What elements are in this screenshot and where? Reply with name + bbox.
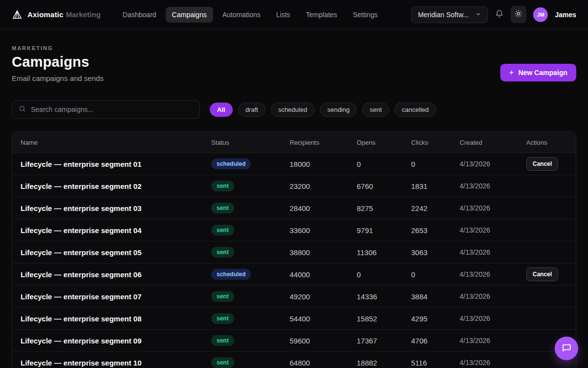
navbar-right: Meridian Softw... JM James [411, 6, 576, 23]
search-input[interactable] [26, 105, 199, 113]
filter-chip[interactable]: All [210, 103, 233, 117]
page-subtitle: Email campaigns and sends [12, 74, 104, 82]
org-selector[interactable]: Meridian Softw... [411, 6, 489, 23]
status-cell: scheduled [211, 158, 290, 169]
table-header-row: Name Status Recipients Opens Clicks Crea… [12, 132, 576, 153]
campaign-name: Lifecycle — enterprise segment 01 [12, 160, 211, 168]
cancel-button[interactable]: Cancel [526, 157, 558, 171]
clicks-cell: 2242 [411, 204, 460, 212]
recipients-cell: 64800 [290, 359, 357, 367]
search-icon [12, 105, 26, 114]
column-header-clicks: Clicks [411, 139, 460, 146]
main-content: MARKETING Campaigns Email campaigns and … [0, 45, 588, 368]
filter-chip[interactable]: draft [238, 103, 266, 117]
campaign-name: Lifecycle — enterprise segment 06 [12, 270, 211, 279]
clicks-cell: 1831 [411, 182, 460, 190]
status-cell: scheduled [211, 269, 290, 280]
column-header-status: Status [211, 139, 290, 146]
opens-cell: 17367 [357, 337, 411, 345]
brand: AxiomaticMarketing [12, 9, 100, 20]
recipients-cell: 59600 [290, 337, 357, 345]
filter-chip[interactable]: cancelled [394, 103, 436, 117]
recipients-cell: 18000 [290, 160, 357, 168]
plus-icon: + [509, 69, 514, 76]
cancel-button[interactable]: Cancel [526, 267, 558, 281]
brand-suffix: Marketing [66, 10, 101, 19]
page-header: MARKETING Campaigns Email campaigns and … [12, 45, 576, 82]
theme-toggle-button[interactable] [511, 6, 526, 23]
filters-bar: All draft scheduled sending sent cancell… [12, 100, 576, 119]
page-header-text: MARKETING Campaigns Email campaigns and … [12, 45, 104, 82]
clicks-cell: 3063 [411, 248, 460, 257]
table-row: Lifecycle — enterprise segment 06 schedu… [12, 263, 576, 285]
new-campaign-button[interactable]: + New Campaign [500, 64, 576, 81]
status-cell: sent [211, 313, 290, 324]
opens-cell: 0 [357, 160, 411, 168]
clicks-cell: 3884 [411, 292, 460, 301]
status-badge: sent [211, 357, 234, 368]
campaign-name: Lifecycle — enterprise segment 07 [12, 292, 211, 301]
clicks-cell: 4706 [411, 337, 460, 345]
nav-item[interactable]: Automations [216, 7, 267, 23]
status-badge: sent [211, 181, 234, 191]
status-cell: sent [211, 291, 290, 302]
avatar[interactable]: JM [533, 7, 548, 22]
nav-item[interactable]: Campaigns [166, 7, 213, 23]
actions-cell: Cancel [526, 157, 576, 171]
campaign-name: Lifecycle — enterprise segment 04 [12, 226, 211, 235]
table-row: Lifecycle — enterprise segment 10 sent 6… [12, 351, 576, 368]
status-cell: sent [211, 357, 290, 368]
brand-name: Axiomatic [27, 10, 64, 19]
table-row: Lifecycle — enterprise segment 01 schedu… [12, 153, 576, 175]
main-nav: Dashboard Campaigns Automations Lists Te… [116, 7, 384, 23]
nav-item[interactable]: Settings [346, 7, 384, 23]
created-cell: 4/13/2026 [460, 226, 526, 234]
recipients-cell: 38800 [290, 248, 357, 257]
campaign-name: Lifecycle — enterprise segment 10 [12, 359, 211, 367]
clicks-cell: 5116 [411, 359, 460, 367]
created-cell: 4/13/2026 [460, 182, 526, 190]
campaign-name: Lifecycle — enterprise segment 03 [12, 204, 211, 212]
chat-fab-button[interactable] [555, 337, 578, 360]
nav-item[interactable]: Dashboard [116, 7, 163, 23]
created-cell: 4/13/2026 [460, 204, 526, 212]
nav-item[interactable]: Lists [270, 7, 297, 23]
recipients-cell: 44000 [290, 270, 357, 279]
status-badge: sent [211, 291, 234, 302]
opens-cell: 0 [357, 270, 411, 279]
actions-cell: Cancel [526, 267, 576, 281]
recipients-cell: 33600 [290, 226, 357, 235]
clicks-cell: 0 [411, 270, 460, 279]
logo-triangle-icon [12, 9, 23, 20]
table-row: Lifecycle — enterprise segment 07 sent 4… [12, 285, 576, 307]
search-box [12, 100, 200, 119]
column-header-opens: Opens [357, 139, 411, 146]
user-name: James [555, 11, 576, 19]
table-body: Lifecycle — enterprise segment 01 schedu… [12, 153, 576, 368]
filter-chip[interactable]: sending [320, 103, 357, 117]
created-cell: 4/13/2026 [460, 160, 526, 168]
nav-item[interactable]: Templates [299, 7, 343, 23]
status-cell: sent [211, 247, 290, 258]
created-cell: 4/13/2026 [460, 270, 526, 278]
campaign-name: Lifecycle — enterprise segment 09 [12, 337, 211, 345]
opens-cell: 11306 [357, 248, 411, 257]
status-cell: sent [211, 181, 290, 191]
recipients-cell: 54400 [290, 315, 357, 323]
campaigns-table: Name Status Recipients Opens Clicks Crea… [12, 131, 576, 368]
opens-cell: 9791 [357, 226, 411, 235]
clicks-cell: 2653 [411, 226, 460, 235]
breadcrumb-eyebrow: MARKETING [12, 45, 104, 51]
opens-cell: 8275 [357, 204, 411, 212]
opens-cell: 6760 [357, 182, 411, 190]
recipients-cell: 28400 [290, 204, 357, 212]
notifications-button[interactable] [495, 9, 504, 20]
campaign-name: Lifecycle — enterprise segment 08 [12, 315, 211, 323]
filter-chip[interactable]: scheduled [271, 103, 315, 117]
table-row: Lifecycle — enterprise segment 02 sent 2… [12, 175, 576, 197]
campaign-name: Lifecycle — enterprise segment 05 [12, 248, 211, 257]
status-cell: sent [211, 335, 290, 346]
column-header-recipients: Recipients [290, 139, 357, 146]
filter-chip[interactable]: sent [362, 103, 389, 117]
clicks-cell: 0 [411, 160, 460, 168]
